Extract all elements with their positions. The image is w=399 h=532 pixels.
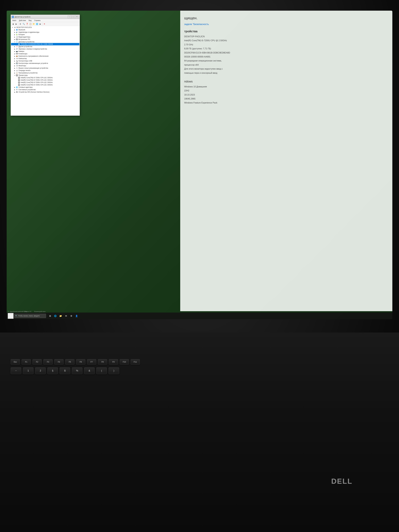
- key-percent[interactable]: %: [72, 367, 82, 374]
- tree-item-processors[interactable]: ▼ 🔲 Процессоры: [11, 74, 79, 76]
- cpu1-icon: 🔲: [18, 77, 20, 79]
- key-esc[interactable]: Esc: [11, 359, 20, 365]
- key-tilde[interactable]: ~: [11, 367, 21, 374]
- taskbar-mail-icon[interactable]: ✉: [63, 313, 68, 318]
- key-f6[interactable]: F6: [76, 359, 85, 365]
- menu-help[interactable]: Справка: [33, 19, 42, 22]
- minimize-button[interactable]: ─: [68, 15, 71, 18]
- key-closeparen[interactable]: ): [108, 367, 119, 374]
- key-ampersand[interactable]: &: [84, 367, 95, 374]
- storage-icon: 💾: [16, 62, 18, 64]
- print-icon: 🖨: [16, 70, 18, 72]
- root-computer-icon: 🖥: [14, 26, 16, 28]
- tree-item-usb[interactable]: ▶ 🔌 Контроллеры USB: [11, 60, 79, 62]
- keyboards-label: Клавиатуры: [19, 53, 27, 55]
- tree-item-hid[interactable]: ▶ 🎮 Устройства HID (Human Interface Devi…: [11, 91, 79, 93]
- taskbar-settings-icon[interactable]: ⚙: [69, 313, 74, 318]
- security-link[interactable]: заделе "Безопасность: [184, 23, 388, 26]
- key-f9[interactable]: F9: [109, 359, 118, 365]
- tree-item-system-dev[interactable]: ▶ ⚙ Системные устройства: [11, 89, 79, 91]
- start-button[interactable]: ⊞: [8, 313, 13, 319]
- video-expand: ▶: [14, 36, 16, 38]
- tree-item-firmware[interactable]: ▶ 💾 Встроенное ПО: [11, 38, 79, 41]
- key-dollar[interactable]: $: [60, 367, 70, 374]
- keyboard: Esc F1 F2 F3 F4 F5 F6 F7 F8 F9 F10 F11 ~…: [11, 359, 388, 377]
- bluetooth-icon: 🔷: [16, 29, 18, 31]
- taskbar-multitask-icon[interactable]: ⊞: [48, 313, 52, 318]
- tree-item-other[interactable]: ▶ ❓ Другие устройства: [11, 45, 79, 48]
- tree-item-computer[interactable]: ▶ 🖥 Компьютер: [11, 57, 79, 60]
- tree-item-keyboards[interactable]: ▶ ⌨ Клавиатуры: [11, 52, 79, 55]
- tree-item-monitors[interactable]: ▶ 🖥 Мониторы: [11, 64, 79, 67]
- taskbar-edge-icon[interactable]: 🌐: [53, 313, 58, 318]
- tree-item-network[interactable]: ▶ 🌐 Сетевые адаптеры: [11, 86, 79, 89]
- tree-root[interactable]: ▼ 🖥 DESKTOP-FAO1JCN: [11, 26, 79, 29]
- key-f1[interactable]: F1: [22, 359, 31, 365]
- key-f10[interactable]: F10: [120, 359, 129, 365]
- key-2[interactable]: 2: [35, 367, 46, 374]
- tree-item-bluetooth[interactable]: ▶ 🔷 Bluetooth: [11, 29, 79, 31]
- taskbar-explorer-icon[interactable]: 📁: [58, 313, 63, 318]
- menu-view[interactable]: Вид: [27, 19, 32, 22]
- key-f11[interactable]: F11: [131, 359, 140, 365]
- product-id: 00326-10000-00000-AA691: [184, 55, 388, 58]
- tree-item-toshiba[interactable]: 💿 TOSHIBA KSG60ZMV256G M.2 2280 256GB: [11, 43, 79, 45]
- tree-item-mice[interactable]: ▶ 🖱 Мыши и иные указывающие устройства: [11, 67, 79, 69]
- keyboard-area: Esc F1 F2 F3 F4 F5 F6 F7 F8 F9 F10 F11 ~…: [0, 333, 399, 532]
- feature-pack: Windows Feature Experience Pack: [184, 101, 388, 104]
- key-section[interactable]: §: [47, 367, 58, 374]
- tree-item-storage[interactable]: ▶ 💾 Контроллеры запоминающих устройств: [11, 62, 79, 64]
- mice-expand: ▶: [14, 67, 16, 69]
- hid-expand: ▶: [14, 91, 16, 93]
- toolbar-help[interactable]: ❓: [25, 22, 29, 25]
- computer-label: Компьютер: [19, 57, 27, 59]
- toolbar-back[interactable]: ◀: [11, 22, 14, 25]
- toolbar-properties[interactable]: 📋: [29, 22, 32, 25]
- bluetooth-expand: ▶: [14, 29, 16, 31]
- firmware-expand: ▶: [14, 39, 16, 40]
- device-tree[interactable]: ▼ 🖥 DESKTOP-FAO1JCN ▶ 🔷 Bluetooth ▶ 🔊 Ау…: [11, 26, 80, 116]
- toolbar-enable[interactable]: ▶: [39, 22, 42, 25]
- key-f4[interactable]: F4: [54, 359, 63, 365]
- key-f5[interactable]: F5: [65, 359, 75, 365]
- toolbar-forward[interactable]: ▶: [15, 22, 18, 25]
- menu-action[interactable]: Действие: [18, 19, 27, 22]
- tree-item-software-comp[interactable]: ▶ 📦 Компоненты программного обеспечения: [11, 55, 79, 57]
- taskbar-user-icon[interactable]: 👤: [74, 313, 79, 318]
- toolbar-computer[interactable]: 🖥: [19, 22, 22, 25]
- toolbar-scan[interactable]: 🔍: [22, 22, 25, 25]
- tree-item-disks[interactable]: ▼ 💿 Дисковые устройства: [11, 41, 79, 43]
- key-1[interactable]: 1: [23, 367, 33, 374]
- tree-item-software-dev[interactable]: ▶ 📋 Программные устройства: [11, 72, 79, 74]
- key-f3[interactable]: F3: [43, 359, 53, 365]
- taskbar: ⊞ 🔍 Чтобы начать поиск, введите ⊞ 🌐 📁 ✉ …: [7, 313, 392, 319]
- maximize-button[interactable]: □: [71, 15, 75, 18]
- toolbar-delete[interactable]: ✕: [43, 22, 46, 25]
- tree-item-sound[interactable]: ▶ 🎵 Звуковые, игровые и видеоустройства: [11, 48, 79, 50]
- tree-item-cpu2[interactable]: 🔲 Intel(R) Core(TM) i5-7200U CPU @ 2.50G…: [11, 79, 79, 81]
- pen-note: Для этого монитора недоступен ввод с: [184, 67, 388, 70]
- key-f2[interactable]: F2: [32, 359, 42, 365]
- search-bar[interactable]: 🔍 Чтобы начать поиск, введите: [14, 314, 46, 318]
- toolbar-driver[interactable]: 📁: [32, 22, 35, 25]
- menu-file[interactable]: Файл: [11, 19, 17, 22]
- windows-version: 22H2: [184, 89, 388, 92]
- tree-item-print[interactable]: ▶ 🖨 Очереди печати: [11, 69, 79, 72]
- print-label: Очереди печати: [19, 70, 31, 71]
- tree-item-cameras[interactable]: ▶ 📷 Камеры: [11, 50, 79, 52]
- close-button[interactable]: ✕: [75, 15, 79, 18]
- key-f7[interactable]: F7: [87, 359, 96, 365]
- window-titlebar: ⚙ Диспетчер устройств ─ □ ✕: [11, 15, 80, 19]
- tree-item-audio[interactable]: ▶ 🔊 Аудиовходы и аудиовыходы: [11, 31, 79, 33]
- key-openparen[interactable]: (: [96, 367, 107, 374]
- usb-expand: ▶: [14, 60, 16, 62]
- key-f8[interactable]: F8: [98, 359, 107, 365]
- tree-item-cpu3[interactable]: 🔲 Intel(R) Core(TM) i5-7200U CPU @ 2.50G…: [11, 81, 79, 84]
- tree-item-cpu4[interactable]: 🔲 Intel(R) Core(TM) i5-7200U CPU @ 2.50G…: [11, 84, 79, 86]
- cpu4-label: Intel(R) Core(TM) i5-7200U CPU @ 2.50GHz: [21, 84, 53, 86]
- cameras-icon: 📷: [16, 50, 18, 52]
- tree-item-video[interactable]: ▶ 🖥 Видеоадаптеры: [11, 36, 79, 38]
- tree-item-battery[interactable]: ▶ 🔋 Батареи: [11, 33, 79, 36]
- toolbar-network[interactable]: 🌐: [35, 22, 38, 25]
- tree-item-cpu1[interactable]: 🔲 Intel(R) Core(TM) i5-7200U CPU @ 2.50G…: [11, 76, 79, 79]
